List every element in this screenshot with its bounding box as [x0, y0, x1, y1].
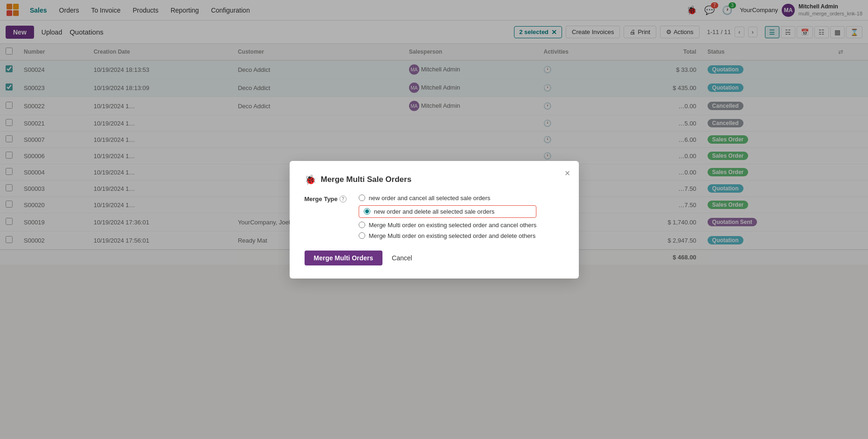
merge-type-label: Merge Type ?	[305, 195, 351, 202]
merge-option-3[interactable]: Merge Multi order on existing selected o…	[359, 222, 537, 229]
modal-header: 🐞 Merge Multi Sale Orders	[305, 174, 564, 185]
merge-radio-4[interactable]	[359, 232, 365, 239]
merge-option-2[interactable]: new order and delete all selected sale o…	[359, 205, 537, 218]
modal-close-button[interactable]: ×	[565, 168, 570, 178]
merge-multi-orders-button[interactable]: Merge Multi Orders	[305, 251, 383, 265]
merge-option-1-label: new order and cancel all selected sale o…	[369, 195, 491, 202]
merge-option-4-label: Merge Multi order on existing selected o…	[369, 232, 536, 239]
modal-bug-icon: 🐞	[305, 174, 316, 185]
merge-radio-2[interactable]	[364, 208, 370, 215]
help-icon[interactable]: ?	[340, 195, 347, 202]
modal-title: Merge Multi Sale Orders	[321, 175, 412, 184]
merge-option-2-label: new order and delete all selected sale o…	[374, 208, 495, 215]
merge-option-4[interactable]: Merge Multi order on existing selected o…	[359, 232, 537, 239]
merge-type-radio-group: new order and cancel all selected sale o…	[359, 195, 537, 239]
modal-cancel-button[interactable]: Cancel	[388, 251, 416, 265]
modal-overlay: 🐞 Merge Multi Sale Orders × Merge Type ?…	[0, 0, 868, 265]
merge-modal: 🐞 Merge Multi Sale Orders × Merge Type ?…	[290, 161, 579, 265]
merge-radio-3[interactable]	[359, 222, 365, 228]
modal-footer: Merge Multi Orders Cancel	[305, 251, 564, 265]
merge-option-3-label: Merge Multi order on existing selected o…	[369, 222, 537, 229]
merge-option-1[interactable]: new order and cancel all selected sale o…	[359, 195, 537, 202]
merge-radio-1[interactable]	[359, 195, 365, 201]
merge-type-row: Merge Type ? new order and cancel all se…	[305, 195, 564, 239]
